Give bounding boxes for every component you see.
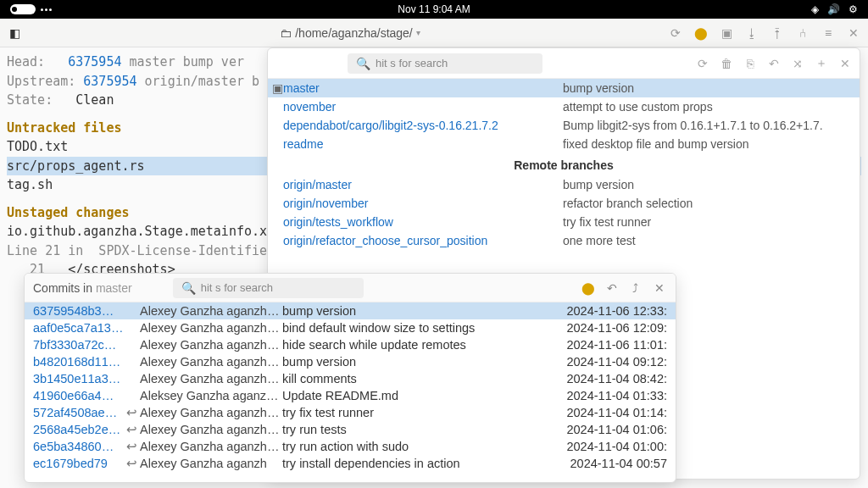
path-breadcrumb[interactable]: 🗀 /home/aganzha/stage/ ▾ xyxy=(32,26,668,40)
graph-icon[interactable]: ⑃ xyxy=(795,25,810,41)
shuffle-icon[interactable]: ⤨ xyxy=(790,56,805,71)
close-icon[interactable]: ✕ xyxy=(837,56,853,71)
commits-panel: Commits in master 🔍 hit s for search ⬤ ↶… xyxy=(24,273,676,483)
close-icon[interactable]: ✕ xyxy=(652,280,667,296)
upstream-hash[interactable]: 6375954 xyxy=(83,74,136,89)
search-icon: 🔍 xyxy=(181,281,196,295)
download-icon[interactable]: ⭳ xyxy=(744,25,760,41)
warning-icon[interactable]: ⬤ xyxy=(693,25,709,41)
activities-pill[interactable] xyxy=(10,4,36,14)
commit-message: try install dependencies in action xyxy=(282,457,557,470)
commit-author: Alexey Ganzha aganzh… xyxy=(140,406,282,419)
commit-hash[interactable]: 3b1450e11a3… xyxy=(33,372,126,385)
branch-name: dependabot/cargo/libgit2-sys-0.16.21.7.2 xyxy=(283,119,563,132)
commit-row[interactable]: 572af4508ae…↩Alexey Ganzha aganzh…try fi… xyxy=(25,404,676,421)
commit-author: Alexey Ganzha aganzh… xyxy=(140,440,282,453)
commit-hash[interactable]: b4820168d11… xyxy=(33,355,126,369)
plus-icon[interactable]: ＋ xyxy=(814,56,829,71)
refresh-icon[interactable]: ⟳ xyxy=(695,56,710,71)
trash-icon[interactable]: 🗑 xyxy=(719,56,734,71)
branch-row[interactable]: origin/tests_workflowtry fix test runner xyxy=(268,213,860,231)
commit-row[interactable]: 41960e66a4…Aleksey Ganzha aganz…Update R… xyxy=(25,387,676,404)
branch-row[interactable]: origin/masterbump version xyxy=(268,175,860,194)
upload-icon[interactable]: ⭱ xyxy=(770,25,785,41)
commit-hash[interactable]: 2568a45eb2e… xyxy=(33,423,126,436)
commit-hash[interactable]: 63759548b3… xyxy=(33,304,126,318)
branch-message: bump version xyxy=(563,178,634,191)
branch-message: attempt to use custom props xyxy=(563,100,713,114)
branch-message: try fix test runner xyxy=(563,215,651,229)
commit-author: Alexey Ganzha aganzh… xyxy=(140,304,282,318)
commit-author: Alexey Ganzha aganzh… xyxy=(140,423,282,436)
commit-row[interactable]: ec1679bed79↩Alexey Ganzha aganzhtry inst… xyxy=(25,455,676,472)
branch-name: origin/tests_workflow xyxy=(283,215,563,229)
commit-date: 2024-11-04 00:57 xyxy=(557,457,667,470)
branch-row[interactable]: origin/novemberrefactor branch selection xyxy=(268,194,860,213)
commit-date: 2024-11-04 09:12: xyxy=(557,355,667,369)
branch-name: november xyxy=(283,100,563,114)
chevron-down-icon: ▾ xyxy=(416,28,420,37)
sidebar-toggle-icon[interactable]: ◧ xyxy=(7,25,22,41)
revert-icon[interactable]: ↶ xyxy=(766,56,782,71)
commit-message: try run tests xyxy=(282,423,557,436)
copy-icon[interactable]: ⎘ xyxy=(743,56,758,71)
commit-row[interactable]: 2568a45eb2e…↩Alexey Ganzha aganzh…try ru… xyxy=(25,421,676,438)
state-label: State: xyxy=(7,92,75,108)
commit-row[interactable]: 3b1450e11a3…Alexey Ganzha aganzh…kill co… xyxy=(25,370,676,387)
head-hash[interactable]: 6375954 xyxy=(68,54,121,69)
commit-message: bump version xyxy=(282,355,557,369)
upstream-label: Upstream: xyxy=(7,74,83,89)
commit-hash[interactable]: aaf0e5ca7a13… xyxy=(33,321,126,335)
commit-author: Alexey Ganzha aganzh… xyxy=(140,372,282,385)
commit-date: 2024-11-04 01:14: xyxy=(557,406,667,419)
branch-row[interactable]: origin/refactor_choose_cursor_positionon… xyxy=(268,231,860,250)
branch-row[interactable]: novemberattempt to use custom props xyxy=(268,97,860,116)
search-icon: 🔍 xyxy=(356,57,370,70)
reply-icon: ↩ xyxy=(126,457,140,470)
commit-row[interactable]: 7bf3330a72c…Alexey Ganzha aganzh…hide se… xyxy=(25,336,676,353)
camera-icon[interactable]: ▣ xyxy=(719,25,734,41)
commit-hash[interactable]: ec1679bed79 xyxy=(33,457,126,470)
commit-hash[interactable]: 41960e66a4… xyxy=(33,389,126,402)
commit-row[interactable]: 63759548b3…Alexey Ganzha aganzh…bump ver… xyxy=(25,302,676,319)
commit-hash[interactable]: 6e5ba34860… xyxy=(33,440,126,453)
clock[interactable]: Nov 11 9:04 AM xyxy=(398,3,470,15)
commit-message: bump version xyxy=(282,304,557,318)
commit-search-input[interactable]: 🔍 hit s for search xyxy=(173,278,364,298)
branch-row[interactable]: dependabot/cargo/libgit2-sys-0.16.21.7.2… xyxy=(268,116,860,135)
commit-message: try fix test runner xyxy=(282,406,557,419)
branch-search-input[interactable]: 🔍 hit s for search xyxy=(348,53,542,74)
commit-row[interactable]: b4820168d11…Alexey Ganzha aganzh…bump ve… xyxy=(25,353,676,370)
commit-row[interactable]: aaf0e5ca7a13…Alexey Ganzha aganzh…bind d… xyxy=(25,319,676,336)
volume-icon[interactable]: 🔊 xyxy=(827,3,840,15)
refresh-icon[interactable]: ⟳ xyxy=(668,25,683,41)
commit-date: 2024-11-06 11:01: xyxy=(557,338,667,352)
branch-name: readme xyxy=(283,137,563,151)
reply-icon: ↩ xyxy=(126,440,140,453)
remote-branches-heading: Remote branches xyxy=(268,153,860,175)
commit-hash[interactable]: 7bf3330a72c… xyxy=(33,338,126,352)
power-icon[interactable]: ⚙ xyxy=(849,3,858,15)
branch-name: origin/november xyxy=(283,197,563,210)
commit-message: try run action with sudo xyxy=(282,440,557,453)
commit-message: bind default window size to settings xyxy=(282,321,557,335)
share-icon[interactable]: ⤴ xyxy=(628,280,643,296)
undo-icon[interactable]: ↶ xyxy=(604,280,620,296)
app-dots-icon xyxy=(41,8,52,11)
branch-row[interactable]: ▣masterbump version xyxy=(268,79,860,97)
commit-author: Alexey Ganzha aganzh xyxy=(140,457,282,470)
commit-date: 2024-11-04 01:00: xyxy=(557,440,667,453)
branch-message: one more test xyxy=(563,234,636,247)
commit-author: Alexey Ganzha aganzh… xyxy=(140,338,282,352)
warning-icon[interactable]: ⬤ xyxy=(581,280,596,296)
folder-icon: 🗀 xyxy=(280,26,292,40)
close-icon[interactable]: ✕ xyxy=(846,25,861,41)
menu-icon[interactable]: ≡ xyxy=(821,25,836,41)
commit-date: 2024-11-04 01:33: xyxy=(557,389,667,402)
wifi-icon[interactable]: ◈ xyxy=(811,3,819,15)
branch-message: fixed desktop file and bump version xyxy=(563,137,748,151)
branch-row[interactable]: readmefixed desktop file and bump versio… xyxy=(268,135,860,153)
commit-hash[interactable]: 572af4508ae… xyxy=(33,406,126,419)
commit-message: Update README.md xyxy=(282,389,557,402)
commit-row[interactable]: 6e5ba34860…↩Alexey Ganzha aganzh…try run… xyxy=(25,438,676,455)
